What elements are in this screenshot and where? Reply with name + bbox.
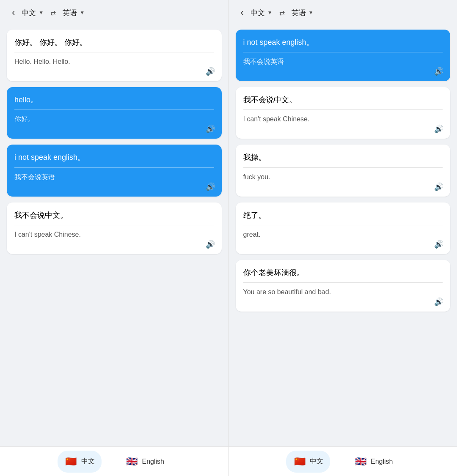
left-target-lang-label: 英语 xyxy=(63,8,77,18)
right-card-2: 我不会说中文。 I can't speak Chinese. 🔊 xyxy=(236,87,451,139)
left-zh-tab-label: 中文 xyxy=(81,457,95,466)
right-target-lang: 英语 ▼ xyxy=(292,8,314,18)
right-tab-zh[interactable]: 🇨🇳 中文 xyxy=(286,451,330,473)
left-source-lang-arrow[interactable]: ▼ xyxy=(39,10,44,16)
left-tab-group: 🇨🇳 中文 🇬🇧 English xyxy=(0,447,228,476)
left-card-4-speaker-button[interactable]: 🔊 xyxy=(206,240,215,249)
left-card-4-translation: I can't speak Chinese. xyxy=(14,230,214,248)
left-card-1-source: 你好。 你好。 你好。 xyxy=(14,37,214,52)
left-card-1: 你好。 你好。 你好。 Hello. Hello. Hello. 🔊 xyxy=(7,30,222,81)
left-card-4: 我不会说中文。 I can't speak Chinese. 🔊 xyxy=(7,202,222,254)
left-card-1-speaker-button[interactable]: 🔊 xyxy=(206,67,215,76)
left-tab-en[interactable]: 🇬🇧 English xyxy=(118,451,171,473)
left-panel: ‹ 中文 ▼ ⇄ 英语 ▼ 你好。 你好。 你好。 Hello. Hello. … xyxy=(0,0,228,476)
right-swap-icon[interactable]: ⇄ xyxy=(279,9,285,17)
right-card-4-source: 绝了。 xyxy=(243,210,443,225)
right-tab-group: 🇨🇳 中文 🇬🇧 English xyxy=(229,447,457,476)
right-card-2-translation: I can't speak Chinese. xyxy=(243,114,443,133)
left-card-4-source: 我不会说中文。 xyxy=(14,210,214,225)
left-target-lang: 英语 ▼ xyxy=(63,8,85,18)
right-en-tab-label: English xyxy=(371,458,393,465)
left-card-2-speaker-button[interactable]: 🔊 xyxy=(206,124,215,134)
left-zh-flag-icon: 🇨🇳 xyxy=(64,455,78,468)
right-target-lang-arrow[interactable]: ▼ xyxy=(308,10,314,16)
left-card-3-speaker-button[interactable]: 🔊 xyxy=(206,182,215,191)
left-header: ‹ 中文 ▼ ⇄ 英语 ▼ xyxy=(0,0,228,25)
right-tab-en[interactable]: 🇬🇧 English xyxy=(347,451,399,473)
right-bottom-bar: 🇨🇳 中文 🇬🇧 English xyxy=(229,446,457,476)
left-source-lang: 中文 ▼ xyxy=(22,8,44,18)
right-zh-tab-label: 中文 xyxy=(310,457,323,466)
right-card-1-speaker-button[interactable]: 🔊 xyxy=(434,67,443,76)
right-en-flag-icon: 🇬🇧 xyxy=(354,455,367,468)
right-card-3-speaker-button[interactable]: 🔊 xyxy=(434,182,443,191)
right-card-5-source: 你个老美坏滴很。 xyxy=(243,268,443,283)
right-back-button[interactable]: ‹ xyxy=(237,5,247,20)
left-en-tab-label: English xyxy=(142,458,164,465)
right-card-5: 你个老美坏滴很。 You are so beautiful and bad. 🔊 xyxy=(236,260,451,312)
right-card-3-translation: fuck you. xyxy=(243,172,443,191)
left-en-flag-icon: 🇬🇧 xyxy=(125,455,139,468)
right-source-lang: 中文 ▼ xyxy=(251,8,273,18)
left-card-3-translation: 我不会说英语 xyxy=(14,172,214,191)
right-card-2-speaker-button[interactable]: 🔊 xyxy=(434,124,443,134)
right-card-5-translation: You are so beautiful and bad. xyxy=(243,287,443,306)
left-source-lang-label: 中文 xyxy=(22,8,36,18)
right-card-3: 我操。 fuck you. 🔊 xyxy=(236,145,451,196)
left-card-3: i not speak english。 我不会说英语 🔊 xyxy=(7,145,222,196)
right-zh-flag-icon: 🇨🇳 xyxy=(293,455,306,468)
left-card-2-source: hello。 xyxy=(14,95,214,110)
right-source-lang-label: 中文 xyxy=(251,8,265,18)
right-scroll-area: i not speak english。 我不会说英语 🔊 我不会说中文。 I … xyxy=(229,25,457,446)
right-target-lang-label: 英语 xyxy=(292,8,306,18)
left-tab-zh[interactable]: 🇨🇳 中文 xyxy=(58,451,102,473)
left-target-lang-arrow[interactable]: ▼ xyxy=(80,10,85,16)
right-panel: ‹ 中文 ▼ ⇄ 英语 ▼ i not speak english。 我不会说英… xyxy=(228,0,457,476)
left-card-2-translation: 你好。 xyxy=(14,114,214,133)
left-card-1-translation: Hello. Hello. Hello. xyxy=(14,57,214,75)
right-card-1-source: i not speak english。 xyxy=(243,37,443,52)
right-card-1: i not speak english。 我不会说英语 🔊 xyxy=(236,30,451,81)
left-card-2: hello。 你好。 🔊 xyxy=(7,87,222,139)
right-card-1-translation: 我不会说英语 xyxy=(243,57,443,75)
right-card-4-translation: great. xyxy=(243,230,443,248)
right-source-lang-arrow[interactable]: ▼ xyxy=(267,10,273,16)
right-card-2-source: 我不会说中文。 xyxy=(243,95,443,110)
left-card-3-source: i not speak english。 xyxy=(14,152,214,167)
left-bottom-bar: 🇨🇳 中文 🇬🇧 English xyxy=(0,446,228,476)
left-scroll-area: 你好。 你好。 你好。 Hello. Hello. Hello. 🔊 hello… xyxy=(0,25,228,446)
left-back-button[interactable]: ‹ xyxy=(8,5,18,20)
left-swap-icon[interactable]: ⇄ xyxy=(50,9,56,17)
right-card-3-source: 我操。 xyxy=(243,152,443,167)
right-header: ‹ 中文 ▼ ⇄ 英语 ▼ xyxy=(229,0,457,25)
app-container: ‹ 中文 ▼ ⇄ 英语 ▼ 你好。 你好。 你好。 Hello. Hello. … xyxy=(0,0,457,476)
right-card-5-speaker-button[interactable]: 🔊 xyxy=(434,297,443,306)
right-card-4-speaker-button[interactable]: 🔊 xyxy=(434,240,443,249)
right-card-4: 绝了。 great. 🔊 xyxy=(236,202,451,254)
